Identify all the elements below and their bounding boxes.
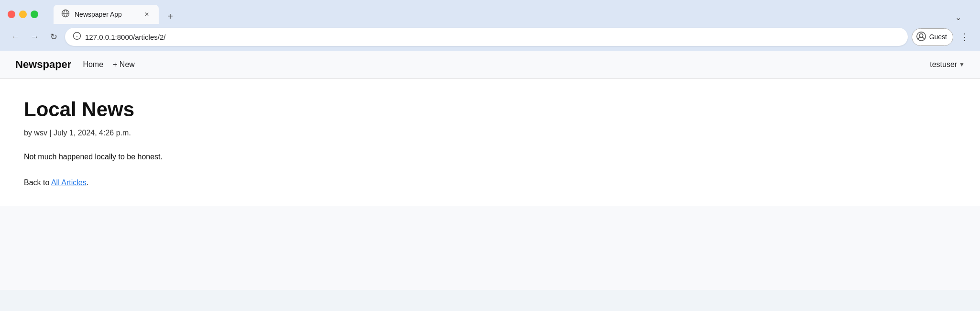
username-label: testuser	[930, 60, 957, 69]
browser-chrome: Newspaper App ✕ + ⌄ ← → ↻	[0, 0, 980, 51]
active-tab[interactable]: Newspaper App ✕	[54, 5, 159, 24]
back-link-row: Back to All Articles.	[24, 178, 956, 187]
user-chevron-icon: ▼	[959, 61, 965, 68]
back-period: .	[87, 178, 88, 187]
tab-title: Newspaper App	[75, 11, 138, 18]
forward-arrow-icon: →	[30, 32, 39, 42]
article-title: Local News	[24, 98, 956, 121]
navbar: Newspaper Home + New testuser ▼	[0, 51, 980, 79]
browser-dropdown-button[interactable]: ⌄	[951, 11, 965, 24]
address-bar-row: ← → ↻	[0, 24, 980, 51]
brand-logo: Newspaper	[15, 58, 71, 71]
article-container: Local News by wsv | July 1, 2024, 4:26 p…	[0, 79, 980, 206]
profile-icon	[916, 31, 926, 43]
info-icon	[73, 32, 81, 42]
tab-favicon-icon	[61, 9, 70, 20]
minimize-button[interactable]	[19, 11, 27, 18]
title-bar: Newspaper App ✕ + ⌄	[0, 0, 980, 24]
back-text: Back to	[24, 178, 51, 187]
article-meta: by wsv | July 1, 2024, 4:26 p.m.	[24, 129, 956, 137]
page-content: Newspaper Home + New testuser ▼ Local Ne…	[0, 51, 980, 290]
address-bar[interactable]	[65, 28, 908, 46]
url-input[interactable]	[85, 33, 900, 41]
nav-links: Home + New	[83, 60, 930, 69]
home-nav-link[interactable]: Home	[83, 60, 103, 69]
tab-close-button[interactable]: ✕	[142, 10, 151, 19]
menu-dots-icon: ⋮	[960, 31, 969, 43]
new-nav-link[interactable]: + New	[113, 60, 135, 69]
article-body: Not much happened locally to be honest.	[24, 151, 956, 163]
close-button[interactable]	[8, 11, 15, 18]
new-tab-button[interactable]: +	[163, 9, 178, 24]
window-controls	[8, 11, 38, 18]
profile-label: Guest	[929, 33, 947, 41]
all-articles-link[interactable]: All Articles	[51, 178, 87, 187]
browser-menu-button[interactable]: ⋮	[957, 29, 972, 44]
reload-icon: ↻	[50, 32, 57, 42]
profile-button[interactable]: Guest	[912, 28, 953, 46]
forward-nav-button[interactable]: →	[27, 29, 42, 44]
user-menu[interactable]: testuser ▼	[930, 60, 965, 69]
reload-button[interactable]: ↻	[46, 29, 61, 44]
svg-point-7	[919, 33, 923, 37]
back-nav-button[interactable]: ←	[8, 29, 23, 44]
back-arrow-icon: ←	[11, 32, 20, 42]
maximize-button[interactable]	[31, 11, 38, 18]
tab-bar: Newspaper App ✕ + ⌄	[46, 5, 972, 24]
